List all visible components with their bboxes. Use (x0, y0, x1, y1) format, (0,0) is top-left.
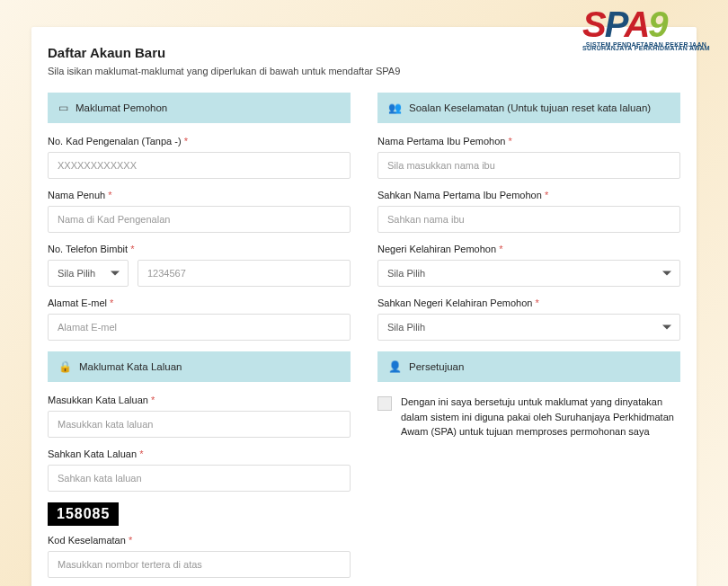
phone-prefix-select[interactable]: Sila Pilih (48, 260, 129, 287)
user-check-icon: 👤 (388, 360, 402, 373)
ic-label: No. Kad Pengenalan (Tanpa -) * (48, 136, 351, 146)
ic-input[interactable] (48, 152, 351, 179)
page-subtitle: Sila isikan maklumat-maklumat yang diper… (48, 66, 680, 76)
section-applicant: ▭ Maklumat Pemohon (48, 93, 351, 123)
birth-state-confirm-select[interactable]: Sila Pilih (377, 314, 680, 341)
section-password: 🔒 Maklumat Kata Laluan (48, 351, 351, 382)
state2-label: Sahkan Negeri Kelahiran Pemohon * (377, 297, 680, 308)
phone-input[interactable] (138, 260, 351, 287)
mother2-label: Sahkan Nama Pertama Ibu Pemohon * (377, 190, 680, 200)
id-card-icon: ▭ (58, 102, 68, 114)
lock-icon: 🔒 (58, 360, 72, 373)
fullname-label: Nama Penuh * (48, 190, 351, 200)
captcha-label: Kod Keselamatan * (48, 535, 351, 546)
email-label: Alamat E-mel * (48, 297, 351, 308)
password-input[interactable] (48, 411, 351, 438)
section-security: 👥 Soalan Keselamatan (Untuk tujuan reset… (377, 93, 680, 123)
mother-name-input[interactable] (377, 152, 680, 179)
logo-subtitle-2: SURUHANJAYA PERKHIDMATAN AWAM (582, 45, 710, 52)
right-column: 👥 Soalan Keselamatan (Untuk tujuan reset… (377, 93, 680, 586)
user-shield-icon: 👥 (388, 102, 402, 114)
mother-name-confirm-input[interactable] (377, 206, 680, 233)
birth-state-select[interactable]: Sila Pilih (377, 260, 680, 287)
email-input[interactable] (48, 314, 351, 341)
fullname-input[interactable] (48, 206, 351, 233)
section-consent: 👤 Persetujuan (377, 351, 680, 382)
state-label: Negeri Kelahiran Pemohon * (377, 244, 680, 254)
left-column: ▭ Maklumat Pemohon No. Kad Pengenalan (T… (48, 93, 351, 586)
app-logo: SPA9 SISTEM PENDAFTARAN PEKERJAAN SURUHA… (582, 4, 710, 53)
pwd-label: Masukkan Kata Laluan * (48, 395, 351, 405)
captcha-input[interactable] (48, 551, 351, 578)
mother-label: Nama Pertama Ibu Pemohon * (377, 136, 680, 146)
consent-text: Dengan ini saya bersetuju untuk maklumat… (401, 395, 680, 440)
phone-label: No. Telefon Bimbit * (48, 244, 351, 254)
password-confirm-input[interactable] (48, 465, 351, 492)
captcha-image: 158085 (48, 502, 119, 526)
pwd2-label: Sahkan Kata Laluan * (48, 448, 351, 459)
section-password-label: Maklumat Kata Laluan (79, 361, 182, 372)
section-consent-label: Persetujuan (409, 361, 464, 372)
consent-checkbox[interactable] (377, 396, 392, 411)
section-security-label: Soalan Keselamatan (Untuk tujuan reset k… (409, 102, 651, 113)
section-applicant-label: Maklumat Pemohon (75, 102, 167, 113)
registration-card: Daftar Akaun Baru Sila isikan maklumat-m… (31, 27, 697, 586)
